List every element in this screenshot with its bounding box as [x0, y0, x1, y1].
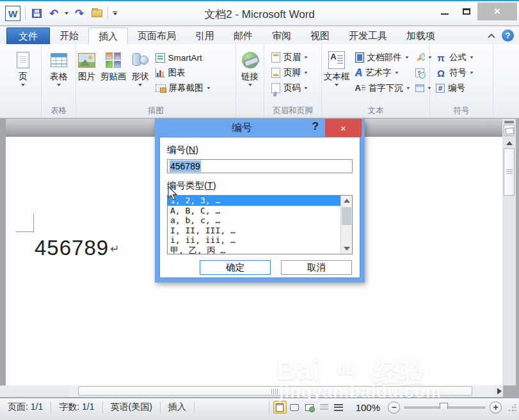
- tab-review[interactable]: 审阅: [262, 27, 301, 44]
- number-type-label: 编号类型(T): [167, 180, 353, 192]
- clipart-button[interactable]: 剪贴画: [99, 47, 129, 95]
- textbox-button[interactable]: 文本框: [322, 47, 352, 95]
- picture-icon: [78, 53, 95, 68]
- scroll-up-arrow[interactable]: [344, 199, 350, 203]
- symbol-button[interactable]: Ω 符号: [434, 66, 493, 79]
- group-illustrations: 图片 剪贴画 形状 SmartArt: [76, 44, 236, 117]
- pages-button[interactable]: 页: [15, 47, 31, 88]
- status-page-count[interactable]: 页面: 1/1: [0, 401, 51, 413]
- list-item[interactable]: I, II, III, …: [168, 226, 340, 236]
- wordart-icon: A: [355, 68, 363, 78]
- listbox-scrollbar[interactable]: [340, 196, 352, 254]
- list-item[interactable]: 1, 2, 3, …: [168, 196, 340, 206]
- tab-view[interactable]: 视图: [301, 27, 339, 44]
- tab-developer[interactable]: 开发工具: [339, 27, 397, 44]
- quick-parts-button[interactable]: 文档部件: [353, 51, 412, 64]
- dropdown-caret: [207, 87, 210, 89]
- number-label: 编号(N): [167, 144, 353, 156]
- status-insert-mode[interactable]: 插入: [161, 401, 195, 413]
- scroll-down-arrow[interactable]: [344, 247, 350, 251]
- print-layout-icon: [276, 403, 283, 412]
- zoom-out-button[interactable]: −: [388, 401, 400, 414]
- horizontal-scrollbar[interactable]: [69, 385, 494, 397]
- reading-view-icon: [290, 404, 299, 411]
- number-button[interactable]: # 编号: [434, 82, 493, 95]
- dropcap-button[interactable]: 首字下沉: [353, 82, 412, 95]
- dropdown-caret: [21, 84, 25, 86]
- dialog-help-button[interactable]: ?: [312, 120, 319, 133]
- tab-file[interactable]: 文件: [6, 27, 50, 44]
- group-links: 链接: [236, 44, 264, 117]
- view-web-layout-button[interactable]: [303, 401, 316, 414]
- table-button[interactable]: 表格: [48, 47, 69, 88]
- list-item[interactable]: a, b, c, …: [168, 215, 340, 226]
- page-number-icon: [271, 83, 280, 93]
- view-print-layout-button[interactable]: [273, 401, 287, 414]
- list-item[interactable]: A, B, C, …: [168, 206, 340, 216]
- tab-insert[interactable]: 插入: [88, 27, 128, 44]
- zoom-slider[interactable]: [404, 407, 486, 408]
- tab-references[interactable]: 引用: [186, 27, 224, 44]
- list-item[interactable]: i, ii, iii, …: [168, 235, 340, 245]
- zoom-in-button[interactable]: +: [490, 401, 502, 414]
- cancel-button[interactable]: 取消: [281, 260, 352, 275]
- tab-addins[interactable]: 加载项: [397, 27, 445, 44]
- page-number-button[interactable]: 页码: [269, 82, 321, 95]
- status-word-count[interactable]: 字数: 1/1: [51, 401, 102, 413]
- page-left-gap: [0, 119, 6, 398]
- shapes-button[interactable]: 形状: [130, 47, 151, 95]
- tab-mailings[interactable]: 邮件: [224, 27, 262, 44]
- tab-home[interactable]: 开始: [50, 27, 88, 44]
- vertical-scroll-thumb[interactable]: [504, 148, 515, 196]
- horizontal-scroll-thumb[interactable]: [78, 386, 472, 396]
- maximize-button[interactable]: [456, 3, 477, 20]
- window-resize-grip[interactable]: [508, 403, 516, 412]
- header-button[interactable]: 页眉: [269, 51, 321, 64]
- footer-button[interactable]: 页脚: [269, 66, 321, 79]
- page-icon: [17, 52, 29, 68]
- group-symbols: π 公式 Ω 符号 # 编号 符号: [430, 44, 493, 117]
- view-outline-button[interactable]: [317, 401, 331, 414]
- links-button[interactable]: 链接: [239, 47, 260, 88]
- split-handle[interactable]: [504, 121, 514, 123]
- margin-crop-mark: [16, 231, 34, 232]
- close-button[interactable]: ×: [477, 3, 517, 20]
- zoom-slider-thumb[interactable]: [440, 403, 448, 413]
- dialog-title: 编号: [155, 121, 329, 135]
- picture-button[interactable]: 图片: [76, 47, 97, 95]
- chart-button[interactable]: 图表: [154, 66, 212, 79]
- equation-button[interactable]: π 公式: [434, 51, 493, 64]
- listbox-scroll-thumb[interactable]: [342, 207, 351, 225]
- dropdown-caret: [335, 84, 339, 86]
- wordart-button[interactable]: A 艺术字: [353, 66, 412, 79]
- shapes-icon: [132, 52, 148, 68]
- minimize-button[interactable]: [434, 3, 456, 20]
- dropdown-caret: [248, 84, 252, 86]
- tab-page-layout[interactable]: 页面布局: [128, 27, 186, 44]
- scroll-right-arrow[interactable]: [497, 388, 502, 394]
- date-time-icon: 5: [415, 68, 424, 77]
- horizontal-scrollbar-strip: [0, 385, 503, 397]
- status-language[interactable]: 英语(美国): [103, 401, 161, 413]
- vertical-scrollbar[interactable]: [502, 119, 516, 385]
- collapse-ribbon-icon[interactable]: [488, 33, 495, 40]
- dropdown-caret: [406, 87, 410, 89]
- clipart-icon: [106, 52, 121, 68]
- screenshot-button[interactable]: 屏幕截图: [154, 82, 212, 95]
- dialog-close-button[interactable]: ×: [325, 119, 362, 137]
- smartart-button[interactable]: SmartArt: [154, 51, 212, 64]
- list-item[interactable]: 甲, 乙, 丙 …: [168, 245, 340, 255]
- ruler-toggle-button[interactable]: [504, 125, 515, 136]
- zoom-level[interactable]: 100%: [356, 402, 380, 413]
- draft-view-icon: [334, 404, 343, 411]
- ok-button[interactable]: 确定: [200, 260, 271, 275]
- help-button[interactable]: ?: [502, 29, 514, 42]
- view-fullscreen-reading-button[interactable]: [288, 401, 301, 414]
- scroll-up-arrow[interactable]: [506, 141, 513, 145]
- dropdown-caret: [304, 72, 307, 74]
- ribbon-tab-row: 文件 开始 插入 页面布局 引用 邮件 审阅 视图 开发工具 加载项 ?: [0, 26, 519, 44]
- dialog-titlebar[interactable]: 编号 ? ×: [155, 119, 365, 137]
- document-text[interactable]: 456789↵: [35, 236, 119, 260]
- number-input[interactable]: 456789: [167, 159, 353, 173]
- view-draft-button[interactable]: [332, 401, 346, 414]
